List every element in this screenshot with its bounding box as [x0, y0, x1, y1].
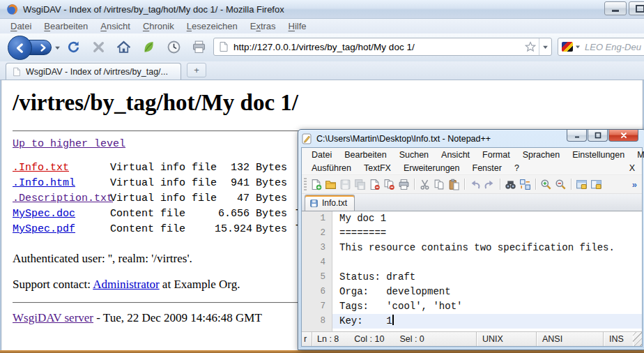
npp-menu-einstellungen[interactable]: Einstellungen — [566, 150, 631, 160]
npp-menu-makro[interactable]: Makro — [631, 150, 644, 160]
home-icon — [116, 40, 131, 54]
search-input[interactable]: LEO Eng-Deu — [585, 42, 641, 52]
text-editor[interactable]: 1My doc 12========3This resource contain… — [302, 211, 642, 331]
npp-close-button[interactable] — [608, 130, 638, 142]
new-file-button[interactable] — [309, 177, 323, 192]
npp-menu-ausfhren[interactable]: Ausführen — [305, 163, 358, 173]
npp-menubar-row1: DateiBearbeitenSuchenAnsichtFormatSprach… — [302, 148, 642, 161]
zoom-in-button[interactable] — [539, 177, 553, 192]
close-all-button[interactable] — [382, 177, 397, 192]
file-link[interactable]: MySpec.pdf — [13, 222, 110, 237]
stop-button[interactable] — [91, 39, 106, 54]
minimize-button[interactable] — [604, 1, 627, 15]
wsgidav-server-link[interactable]: WsgiDAV server — [13, 311, 93, 324]
history-dropdown-icon[interactable] — [54, 45, 61, 51]
npp-menu-format[interactable]: Format — [476, 150, 516, 160]
file-link[interactable]: .Info.txt — [13, 160, 110, 176]
resize-grip[interactable] — [633, 332, 642, 346]
administrator-link[interactable]: Administrator — [93, 278, 159, 291]
cut-button[interactable] — [417, 177, 432, 192]
url-text[interactable]: http://127.0.0.1/virtres/by_tag/hot/My d… — [233, 42, 522, 52]
tab-info-txt[interactable]: Info.txt — [305, 195, 355, 211]
menu-hilfe[interactable]: Hilfe — [282, 20, 313, 33]
up-to-higher-level-link[interactable]: Up to higher level — [13, 138, 125, 150]
bookmark-star-icon[interactable] — [525, 41, 536, 52]
npp-menu-[interactable]: ? — [508, 163, 526, 173]
npp-menu-textfx[interactable]: TextFX — [358, 163, 397, 173]
save-button[interactable] — [338, 177, 353, 192]
tab-wsgidav[interactable]: WsgiDAV - Index of /virtres/by_tag/... — [6, 63, 181, 80]
menu-datei[interactable]: Datei — [4, 20, 38, 33]
menu-extras[interactable]: Extras — [244, 20, 282, 33]
line-number: 5 — [302, 270, 332, 285]
zoom-out-button[interactable] — [553, 177, 568, 192]
search-box[interactable]: LEO Eng-Deu — [558, 38, 644, 56]
url-dropdown-icon[interactable] — [539, 38, 551, 55]
npp-minimize-button[interactable] — [567, 130, 587, 142]
npp-menubar-row2: AusführenTextFXErweiterungenFenster?X — [302, 161, 642, 174]
saved-file-icon — [309, 199, 319, 208]
editor-line[interactable]: 1My doc 1 — [302, 211, 642, 226]
replace-icon — [519, 179, 531, 190]
npp-menu-ansicht[interactable]: Ansicht — [435, 150, 476, 160]
editor-line[interactable]: 7Tags: 'cool', 'hot' — [302, 299, 642, 314]
npp-menu-sprachen[interactable]: Sprachen — [516, 150, 567, 160]
leo-search-engine-icon[interactable] — [562, 42, 573, 52]
new-tab-button[interactable]: + — [187, 63, 206, 77]
close-file-icon — [369, 179, 381, 190]
menu-ansicht[interactable]: Ansicht — [94, 20, 137, 33]
redo-button[interactable] — [482, 177, 497, 192]
npp-menu-erweiterungen[interactable]: Erweiterungen — [397, 163, 466, 173]
home-button[interactable] — [116, 39, 131, 54]
maximize-button[interactable] — [629, 1, 644, 15]
undo-icon — [469, 179, 481, 190]
reload-button[interactable] — [66, 39, 81, 54]
file-link[interactable]: .Info.html — [13, 176, 110, 191]
save-all-button[interactable] — [353, 177, 367, 192]
npp-menu-fenster[interactable]: Fenster — [466, 163, 508, 173]
editor-line[interactable]: 8Key: 1 — [302, 314, 642, 329]
toolbar-overflow-chevron[interactable]: » — [632, 179, 637, 190]
editor-line[interactable]: 2======== — [302, 226, 642, 241]
close-document-x[interactable]: X — [629, 163, 635, 173]
undo-button[interactable] — [468, 177, 482, 192]
status-column: Col : 10 — [354, 334, 384, 344]
menu-bearbeiten[interactable]: Bearbeiten — [38, 20, 94, 33]
doc-switch-button[interactable] — [574, 177, 589, 192]
support-suffix: at Example Org. — [160, 278, 240, 291]
notepadpp-titlebar[interactable]: C:\Users\Martin\Desktop\Info.txt - Notep… — [301, 130, 643, 147]
file-link[interactable]: MySpec.doc — [13, 206, 110, 222]
url-bar[interactable]: http://127.0.0.1/virtres/by_tag/hot/My d… — [213, 38, 552, 56]
npp-maximize-button[interactable] — [588, 130, 608, 142]
npp-menu-bearbeiten[interactable]: Bearbeiten — [338, 150, 392, 160]
paste-button[interactable] — [447, 177, 461, 192]
printer-button[interactable] — [191, 39, 206, 54]
editor-line[interactable]: 3This resource contains two specificatio… — [302, 241, 642, 255]
back-button[interactable] — [8, 36, 32, 60]
notepadpp-app-icon — [301, 133, 312, 144]
find-button[interactable] — [503, 177, 518, 192]
toolbar-grip[interactable] — [304, 178, 307, 190]
doc-monitor-button[interactable] — [589, 177, 604, 192]
editor-line[interactable]: 6Orga: development — [302, 285, 642, 299]
editor-line[interactable]: 5Status: draft — [302, 270, 642, 285]
menu-chronik[interactable]: Chronik — [137, 20, 181, 33]
print-button[interactable] — [397, 177, 411, 192]
npp-menu-suchen[interactable]: Suchen — [393, 150, 435, 160]
search-dropdown-icon[interactable] — [575, 44, 581, 50]
firefox-titlebar[interactable]: WsgiDAV - Index of /virtres/by_tag/hot/M… — [0, 0, 644, 19]
copy-icon — [434, 179, 445, 190]
menu-lesezeichen[interactable]: Lesezeichen — [181, 20, 244, 33]
clock-button[interactable] — [166, 39, 181, 54]
file-link[interactable]: .Description.txt — [13, 191, 110, 206]
replace-button[interactable] — [518, 177, 532, 192]
npp-menu-datei[interactable]: Datei — [305, 150, 338, 160]
open-file-button[interactable] — [323, 177, 338, 192]
file-size: 941 — [215, 176, 250, 191]
copy-button[interactable] — [432, 177, 447, 192]
save-icon — [339, 179, 351, 190]
stop-icon — [91, 40, 106, 54]
leaf-button[interactable] — [141, 39, 156, 54]
close-file-button[interactable] — [367, 177, 382, 192]
editor-line[interactable]: 4 — [302, 255, 642, 270]
